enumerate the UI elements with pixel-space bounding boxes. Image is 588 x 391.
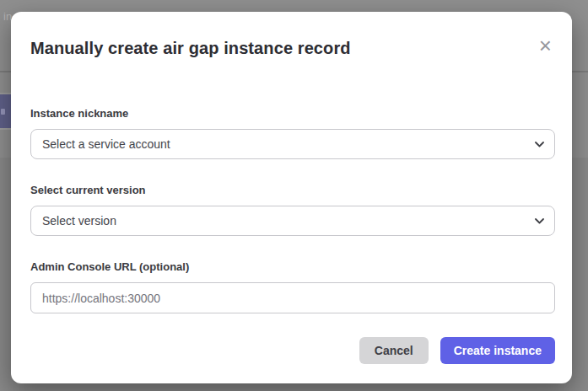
modal-title: Manually create air gap instance record <box>30 37 351 59</box>
current-version-field-group: Select current version Select version <box>30 185 555 236</box>
instance-nickname-field-group: Instance nickname Select a service accou… <box>30 108 555 159</box>
close-icon: × <box>539 33 552 58</box>
background-row-caret-icon <box>1 109 5 115</box>
instance-nickname-select-wrap: Select a service account <box>30 129 555 159</box>
admin-console-url-field-group: Admin Console URL (optional) <box>30 261 555 313</box>
admin-console-url-input[interactable] <box>30 282 555 313</box>
create-airgap-instance-modal: Manually create air gap instance record … <box>11 12 572 383</box>
cancel-button[interactable]: Cancel <box>359 337 429 364</box>
current-version-label: Select current version <box>30 185 555 196</box>
close-button[interactable]: × <box>539 37 552 58</box>
modal-body: Instance nickname Select a service accou… <box>11 108 572 313</box>
modal-footer: Cancel Create instance <box>11 337 572 364</box>
admin-console-url-label: Admin Console URL (optional) <box>30 261 555 273</box>
instance-nickname-label: Instance nickname <box>30 108 555 120</box>
modal-header: Manually create air gap instance record … <box>11 12 572 59</box>
current-version-select[interactable]: Select version <box>30 206 555 236</box>
create-instance-button[interactable]: Create instance <box>440 337 555 364</box>
instance-nickname-select[interactable]: Select a service account <box>30 129 555 159</box>
current-version-select-wrap: Select version <box>30 206 555 236</box>
